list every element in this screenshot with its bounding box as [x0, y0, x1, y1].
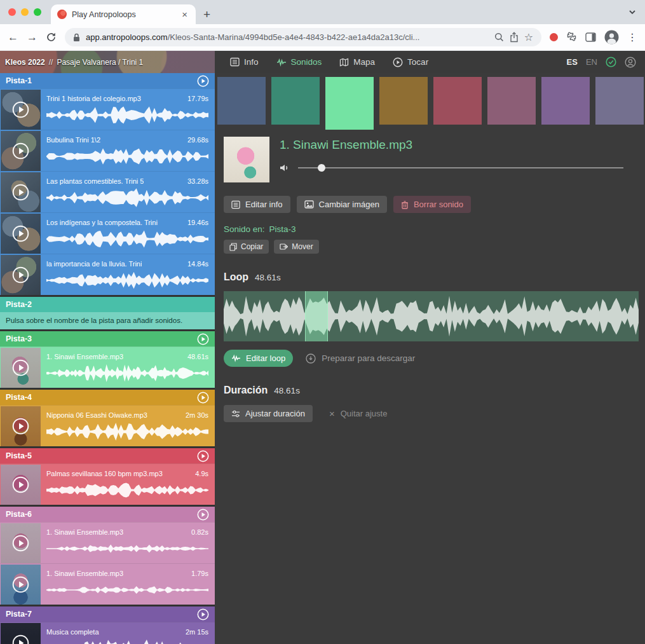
window-minimize-button[interactable] — [21, 8, 29, 16]
color-swatch[interactable] — [541, 77, 590, 125]
reload-button[interactable] — [46, 32, 57, 43]
window-fullscreen-button[interactable] — [34, 8, 41, 16]
nav-tab-mapa[interactable]: Mapa — [339, 57, 375, 67]
breadcrumb-page[interactable]: Pasaje Valvanera / Trini 1 — [57, 58, 143, 67]
breadcrumb-project[interactable]: Kleos 2022 — [5, 58, 45, 67]
lock-icon — [73, 33, 80, 42]
track-header[interactable]: Pista-5 — [0, 448, 215, 463]
sound-name[interactable]: Trini 1 historia del colegio.mp3 — [46, 95, 141, 103]
language-en-button[interactable]: EN — [586, 57, 597, 67]
track-header[interactable]: Pista-7 — [0, 606, 215, 622]
play-overlay-icon[interactable] — [1, 406, 41, 446]
volume-slider-thumb[interactable] — [318, 164, 325, 172]
play-overlay-icon[interactable] — [1, 131, 41, 171]
browser-tab-active[interactable]: Play Antropoloops × — [51, 4, 196, 24]
new-tab-button[interactable]: + — [203, 8, 210, 20]
sound-name[interactable]: 1. Sinawi Ensemble.mp3 — [46, 570, 123, 578]
sound-name[interactable]: 1. Sinawi Ensemble.mp3 — [46, 528, 123, 537]
address-bar[interactable]: app.antropoloops.com/Kleos-Santa-Marina/… — [65, 28, 541, 46]
track-play-button[interactable] — [197, 75, 209, 87]
sound-item[interactable]: Nipponia 06 Esashi Oiwake.mp32m 30s — [0, 405, 215, 446]
track-header[interactable]: Pista-4 — [0, 390, 215, 405]
track-play-button[interactable] — [197, 608, 209, 620]
copy-button[interactable]: Copiar — [224, 240, 269, 254]
sound-name[interactable]: 1. Sinawi Ensemble.mp3 — [46, 353, 123, 361]
color-swatch[interactable] — [433, 77, 482, 125]
play-overlay-icon[interactable] — [1, 465, 41, 505]
color-swatch-selected[interactable] — [325, 77, 374, 130]
prepare-download-button[interactable]: Preparar para descargar — [306, 353, 415, 364]
sound-name[interactable]: Las plantas comestibles. Trini 5 — [46, 177, 144, 186]
bookmark-star-icon[interactable]: ☆ — [524, 32, 533, 43]
play-overlay-icon[interactable] — [1, 348, 41, 388]
sound-item[interactable]: 1. Sinawi Ensemble.mp30.82s — [0, 522, 215, 563]
color-swatch[interactable] — [379, 77, 428, 125]
sound-name[interactable]: la importancia de la lluvia. Trini — [46, 260, 142, 268]
sound-name[interactable]: Musica completa — [46, 628, 99, 636]
track-play-button[interactable] — [197, 333, 209, 345]
sound-item[interactable]: Los indígenas y la compostela. Trini19.4… — [0, 212, 215, 254]
tab-search-chevron-icon[interactable] — [628, 10, 636, 15]
track-header[interactable]: Pista-6 — [0, 507, 215, 522]
sound-location-link[interactable]: Pista-3 — [269, 224, 296, 234]
loop-waveform[interactable] — [224, 291, 639, 341]
change-image-button[interactable]: Cambiar imágen — [297, 196, 387, 213]
sound-item[interactable]: la importancia de la lluvia. Trini14.84s — [0, 254, 215, 295]
color-swatch[interactable] — [271, 77, 320, 125]
color-swatch[interactable] — [217, 77, 266, 125]
play-overlay-icon[interactable] — [1, 523, 41, 563]
sound-name[interactable]: Nipponia 06 Esashi Oiwake.mp3 — [46, 411, 147, 420]
extensions-puzzle-icon[interactable] — [566, 32, 577, 43]
nav-tab-tocar[interactable]: Tocar — [393, 57, 428, 67]
play-overlay-icon[interactable] — [1, 214, 41, 254]
track-play-button[interactable] — [197, 392, 209, 404]
adjust-duration-button[interactable]: Ajustar duración — [224, 405, 313, 422]
window-close-button[interactable] — [8, 8, 16, 16]
sound-item-selected[interactable]: 1. Sinawi Ensemble.mp348.61s — [0, 346, 215, 388]
zoom-icon[interactable] — [494, 32, 504, 42]
track-play-button[interactable] — [197, 509, 209, 521]
sound-name[interactable]: Palmas sevillanas 160 bpm mp3.mp3 — [46, 470, 163, 478]
color-swatch[interactable] — [595, 77, 644, 125]
move-button[interactable]: Mover — [274, 240, 318, 254]
edit-loop-button[interactable]: Editar loop — [224, 350, 293, 367]
track-header[interactable]: Pista-1 — [0, 73, 215, 88]
account-icon[interactable] — [625, 57, 636, 68]
share-icon[interactable] — [510, 32, 519, 43]
sound-item[interactable]: Trini 1 historia del colegio.mp317.79s — [0, 88, 215, 130]
delete-sound-button[interactable]: Borrar sonido — [393, 196, 471, 213]
language-es-button[interactable]: ES — [567, 57, 578, 67]
sound-item[interactable]: Musica completa2m 15s — [0, 622, 215, 644]
sound-name[interactable]: Los indígenas y la compostela. Trini — [46, 219, 158, 227]
extension-record-icon[interactable] — [550, 33, 558, 41]
profile-avatar[interactable] — [604, 30, 619, 45]
sound-item[interactable]: Bubulina Trini 1\229.68s — [0, 130, 215, 171]
nav-tab-sonidos[interactable]: Sonidos — [276, 57, 322, 67]
sound-item[interactable]: 1. Sinawi Ensemble.mp31.79s — [0, 563, 215, 605]
track-header[interactable]: Pista-3 — [0, 331, 215, 346]
sound-thumbnail — [1, 348, 41, 388]
browser-menu-icon[interactable]: ⋮ — [627, 32, 637, 43]
track-pista-2: Pista-2 Pulsa sobre el nombre de la pist… — [0, 297, 215, 329]
tab-close-icon[interactable]: × — [180, 8, 189, 20]
sound-item[interactable]: Las plantas comestibles. Trini 533.28s — [0, 171, 215, 212]
play-overlay-icon[interactable] — [1, 172, 41, 212]
side-panel-icon[interactable] — [585, 32, 596, 42]
color-swatch[interactable] — [487, 77, 536, 125]
play-overlay-icon[interactable] — [1, 90, 41, 130]
track-header[interactable]: Pista-2 — [0, 297, 215, 312]
volume-slider[interactable] — [298, 164, 623, 172]
edit-info-button[interactable]: Editar info — [224, 196, 290, 213]
nav-tab-info[interactable]: Info — [230, 57, 259, 67]
sound-item[interactable]: Palmas sevillanas 160 bpm mp3.mp34.9s — [0, 463, 215, 505]
forward-button[interactable]: → — [27, 32, 37, 43]
back-button[interactable]: ← — [8, 32, 18, 43]
breadcrumb[interactable]: Kleos 2022 // Pasaje Valvanera / Trini 1 — [0, 51, 215, 73]
loop-selection-region[interactable] — [305, 291, 328, 341]
remove-adjust-button[interactable]: × Quitar ajuste — [322, 405, 395, 422]
track-play-button[interactable] — [197, 450, 209, 462]
play-overlay-icon[interactable] — [1, 255, 41, 295]
play-overlay-icon[interactable] — [1, 565, 41, 605]
sound-name[interactable]: Bubulina Trini 1\2 — [46, 136, 100, 144]
play-overlay-icon[interactable] — [1, 623, 41, 644]
